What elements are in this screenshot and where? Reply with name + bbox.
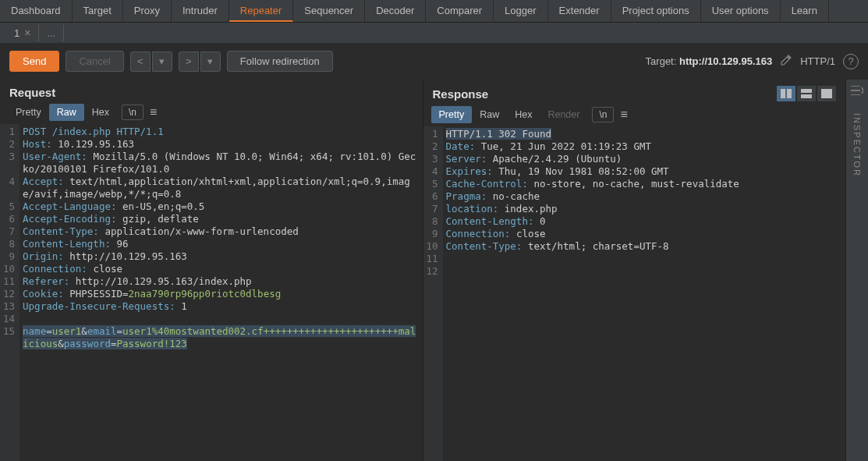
tab-sequencer[interactable]: Sequencer (293, 0, 365, 22)
svg-rect-3 (801, 94, 812, 98)
request-pane: Request PrettyRawHex\n≡ 1234567891011121… (0, 80, 423, 461)
history-back-group: < ▾ (130, 51, 172, 72)
view-tab-hex[interactable]: Hex (507, 106, 540, 123)
tab-project-options[interactable]: Project options (611, 0, 701, 22)
view-tab-render[interactable]: Render (540, 106, 587, 123)
request-editor[interactable]: 123456789101112131415 POST /index.php HT… (0, 124, 423, 461)
inspector-sidebar: INSPECTOR (846, 80, 868, 461)
response-editor[interactable]: 123456789101112 HTTP/1.1 302 FoundDate: … (423, 126, 846, 461)
toolbar: Send Cancel < ▾ > ▾ Follow redirection T… (0, 43, 868, 80)
tab-intruder[interactable]: Intruder (172, 0, 229, 22)
tab-learn[interactable]: Learn (781, 0, 829, 22)
svg-rect-2 (801, 89, 812, 93)
view-tab-raw[interactable]: Raw (49, 104, 84, 121)
close-icon[interactable]: × (24, 27, 30, 39)
response-view-tabs: PrettyRawHexRender\n≡ (423, 106, 846, 126)
main-tabs: DashboardTargetProxyIntruderRepeaterSequ… (0, 0, 868, 23)
request-code[interactable]: POST /index.php HTTP/1.1Host: 10.129.95.… (19, 124, 422, 461)
target-value: http://10.129.95.163 (679, 55, 772, 67)
response-code[interactable]: HTTP/1.1 302 FoundDate: Tue, 21 Jun 2022… (443, 126, 845, 461)
history-forward-menu[interactable]: ▾ (200, 51, 221, 72)
request-gutter: 123456789101112131415 (0, 124, 19, 461)
edit-target-icon[interactable] (780, 54, 792, 69)
view-tab-raw[interactable]: Raw (472, 106, 507, 123)
repeater-subtabs: 1 × ... (0, 23, 868, 43)
layout-vertical-icon[interactable] (797, 86, 816, 101)
target-label: Target: (646, 55, 677, 67)
view-tab-pretty[interactable]: Pretty (431, 106, 473, 123)
layout-switcher (777, 86, 836, 101)
tab-extender[interactable]: Extender (548, 0, 611, 22)
layout-combined-icon[interactable] (817, 86, 836, 101)
svg-rect-1 (787, 89, 792, 98)
tab-repeater[interactable]: Repeater (229, 0, 293, 22)
cancel-button[interactable]: Cancel (66, 51, 123, 72)
history-back-button[interactable]: < (130, 51, 151, 72)
response-pane: Response PrettyRawHexRender\n≡ 123456789… (423, 80, 847, 461)
inspector-label: INSPECTOR (852, 113, 862, 177)
tab-proxy[interactable]: Proxy (123, 0, 172, 22)
http-version: HTTP/1 (800, 55, 835, 67)
tab-dashboard[interactable]: Dashboard (0, 0, 73, 22)
tab-target[interactable]: Target (73, 0, 123, 22)
view-tab-hex[interactable]: Hex (84, 104, 117, 121)
subtab-label: 1 (14, 27, 19, 39)
tab-decoder[interactable]: Decoder (365, 0, 426, 22)
svg-rect-0 (781, 89, 785, 98)
tab-comparer[interactable]: Comparer (426, 0, 494, 22)
newline-toggle[interactable]: \n (122, 105, 143, 120)
response-gutter: 123456789101112 (423, 126, 443, 461)
history-forward-button[interactable]: > (179, 51, 199, 72)
request-view-tabs: PrettyRawHex\n≡ (0, 104, 423, 124)
editor-menu-icon[interactable]: ≡ (150, 105, 157, 119)
layout-horizontal-icon[interactable] (777, 86, 795, 101)
target-info: Target: http://10.129.95.163 HTTP/1 ? (646, 54, 859, 69)
tab-logger[interactable]: Logger (494, 0, 547, 22)
help-icon[interactable]: ? (843, 54, 859, 69)
subtab-add[interactable]: ... (39, 25, 64, 41)
request-title: Request (9, 86, 55, 99)
response-title: Response (433, 87, 489, 101)
svg-rect-4 (821, 89, 832, 98)
view-tab-pretty[interactable]: Pretty (8, 104, 49, 121)
send-button[interactable]: Send (9, 51, 59, 72)
tab-user-options[interactable]: User options (701, 0, 781, 22)
subtab-1[interactable]: 1 × (6, 24, 39, 41)
inspector-toggle-icon[interactable] (851, 86, 863, 98)
newline-toggle[interactable]: \n (592, 107, 614, 122)
history-back-menu[interactable]: ▾ (152, 51, 172, 72)
editor-menu-icon[interactable]: ≡ (620, 108, 627, 122)
history-forward-group: > ▾ (179, 51, 221, 72)
follow-redirection-button[interactable]: Follow redirection (227, 51, 333, 72)
